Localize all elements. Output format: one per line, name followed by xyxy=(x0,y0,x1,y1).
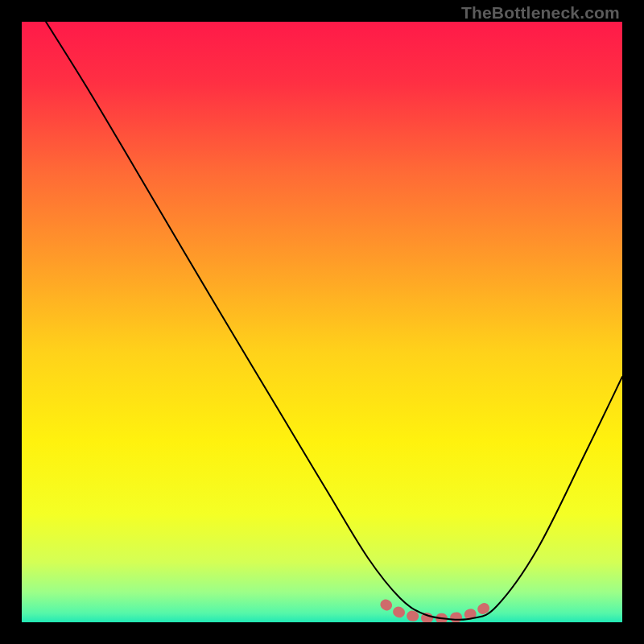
plot-area xyxy=(22,22,622,622)
optimal-zone xyxy=(386,601,495,618)
chart-frame: TheBottleneck.com xyxy=(0,0,644,644)
watermark-text: TheBottleneck.com xyxy=(461,3,620,23)
bottleneck-curve xyxy=(46,22,622,620)
curve-layer xyxy=(22,22,622,622)
